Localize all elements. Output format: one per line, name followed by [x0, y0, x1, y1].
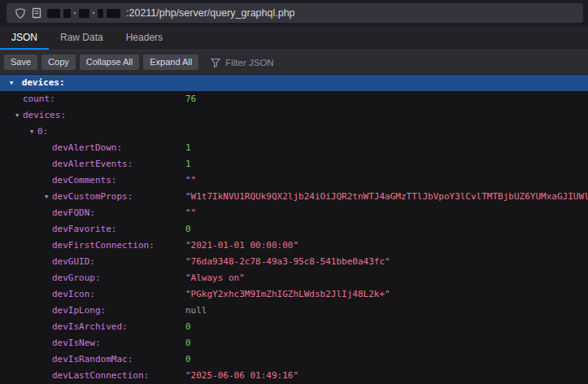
json-row[interactable]: devFavorite:0	[0, 221, 588, 238]
json-key: devGUID:	[52, 256, 95, 267]
collapse-all-button[interactable]: Collapse All	[80, 55, 139, 70]
twisty-icon[interactable]: ▼	[7, 75, 16, 91]
json-key: devIpLong:	[52, 305, 106, 316]
json-row[interactable]: devAlertDown:1	[0, 140, 588, 156]
filter-box	[211, 58, 339, 68]
json-value: "Always on"	[185, 270, 245, 286]
tab-raw-data[interactable]: Raw Data	[49, 26, 115, 50]
json-key: devAlertDown:	[52, 142, 122, 153]
json-row[interactable]: ▼devices:	[0, 107, 588, 124]
json-key: devLastConnection:	[52, 370, 149, 381]
json-row[interactable]: count:76	[0, 91, 588, 107]
json-key: devGroup:	[52, 273, 101, 283]
url-dot	[74, 12, 76, 14]
json-row[interactable]: ▼0:	[0, 124, 588, 140]
browser-chrome: :20211/php/server/query_graphql.php	[0, 0, 588, 26]
tab-headers[interactable]: Headers	[115, 26, 174, 50]
json-value: ""	[185, 172, 196, 189]
json-row[interactable]: devAlertEvents:1	[0, 156, 588, 172]
json-key: devFirstConnection:	[52, 240, 155, 251]
json-value: 1	[185, 156, 191, 172]
twisty-icon[interactable]: ▼	[11, 107, 23, 124]
tab-json[interactable]: JSON	[0, 26, 49, 50]
json-value: 0	[185, 335, 191, 351]
json-row[interactable]: devComments:""	[0, 172, 588, 189]
json-row[interactable]: devFirstConnection:"2021-01-01 00:00:00"	[0, 238, 588, 254]
json-tree: ▼ devices: count:76▼devices:▼0:devAlertD…	[0, 75, 588, 384]
json-rows: count:76▼devices:▼0:devAlertDown:1devAle…	[0, 91, 588, 384]
json-row[interactable]: devIsRandomMac:0	[0, 351, 588, 368]
json-value: 0	[185, 319, 191, 335]
url-text[interactable]: :20211/php/server/query_graphql.php	[126, 7, 295, 19]
json-value: 1	[185, 140, 191, 156]
json-value: "2021-01-01 00:00:00"	[185, 238, 298, 254]
json-row[interactable]: devLastConnection:"2025-06-06 01:49:16"	[0, 368, 588, 384]
json-key: devCustomProps:	[52, 191, 133, 202]
filter-json-input[interactable]	[225, 58, 339, 68]
json-key: count:	[23, 94, 55, 104]
redacted-url-segment	[98, 9, 103, 18]
json-key: devFQDN:	[52, 207, 95, 218]
json-value: 0	[185, 221, 191, 238]
redacted-url-host	[47, 9, 120, 18]
twisty-icon[interactable]: ▼	[26, 124, 37, 140]
json-row[interactable]: devIpLong:null	[0, 303, 588, 319]
redacted-url-segment	[47, 9, 60, 18]
json-key: devIcon:	[52, 289, 95, 299]
json-key: 0:	[37, 126, 48, 137]
json-key: devIsNew:	[52, 338, 101, 348]
json-viewer-tabbar: JSON Raw Data Headers	[0, 26, 588, 50]
copy-button[interactable]: Copy	[41, 55, 76, 70]
json-key: devIsRandomMac:	[52, 354, 133, 364]
json-value: "76da9348-2c78-49a3-95c8-541bbe0a43fc"	[185, 254, 390, 270]
json-value: 76	[185, 91, 196, 107]
json-value: "W1t7IkNVU1RQUk9QX2ljb24iOiJQR2tnWTJ4aGM…	[185, 189, 588, 205]
json-value: "PGkgY2xhc3M9ImZhIGZhLWdsb2JlIj48L2k+"	[185, 286, 390, 303]
tracking-protection-shield-icon[interactable]	[15, 7, 26, 20]
json-root-row[interactable]: ▼ devices:	[0, 75, 588, 91]
json-key: devIsArchived:	[52, 321, 128, 332]
json-row[interactable]: ▼devCustomProps:"W1t7IkNVU1RQUk9QX2ljb24…	[0, 189, 588, 205]
json-key: devices:	[23, 110, 66, 120]
json-row[interactable]: devGroup:"Always on"	[0, 270, 588, 286]
json-row[interactable]: devGUID:"76da9348-2c78-49a3-95c8-541bbe0…	[0, 254, 588, 270]
expand-all-button[interactable]: Expand All	[143, 55, 198, 70]
redacted-url-segment	[79, 9, 89, 18]
json-row[interactable]: devIcon:"PGkgY2xhc3M9ImZhIGZhLWdsb2JlIj4…	[0, 286, 588, 303]
save-button[interactable]: Save	[4, 55, 37, 70]
site-identity-icon[interactable]	[32, 7, 41, 19]
json-value: ""	[185, 205, 196, 221]
json-value: null	[185, 303, 207, 319]
redacted-url-segment	[107, 9, 120, 18]
json-row[interactable]: devFQDN:""	[0, 205, 588, 221]
json-key: devAlertEvents:	[52, 159, 133, 169]
json-key: devFavorite:	[52, 224, 116, 234]
redacted-url-segment	[63, 9, 71, 18]
json-value: "2025-06-06 01:49:16"	[185, 368, 298, 384]
url-bar[interactable]: :20211/php/server/query_graphql.php	[7, 3, 583, 23]
json-key: devComments:	[52, 175, 116, 185]
filter-funnel-icon	[211, 58, 220, 68]
json-row[interactable]: devIsArchived:0	[0, 319, 588, 335]
json-key: devices:	[22, 77, 65, 88]
json-row[interactable]: devIsNew:0	[0, 335, 588, 351]
url-dot	[93, 12, 94, 14]
json-value: 0	[185, 351, 191, 368]
twisty-icon[interactable]: ▼	[41, 189, 52, 205]
json-toolbar: Save Copy Collapse All Expand All	[0, 50, 588, 75]
